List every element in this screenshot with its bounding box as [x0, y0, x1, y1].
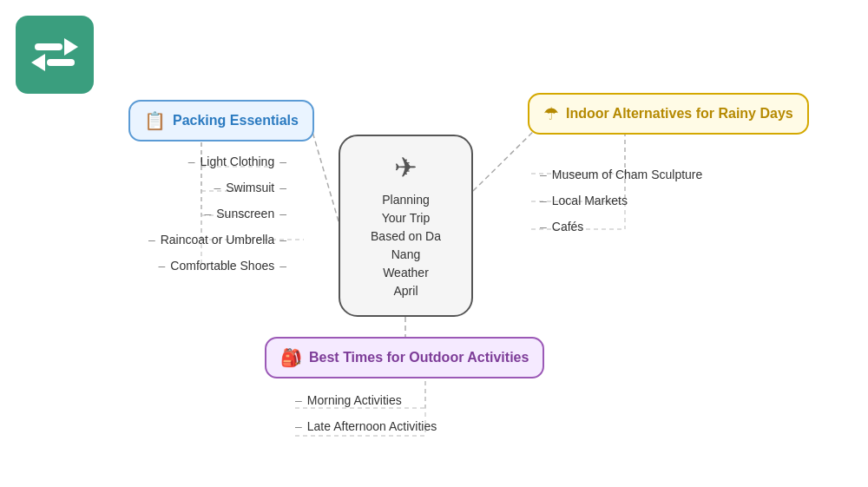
svg-marker-1 — [64, 38, 78, 56]
indoor-icon: ☂ — [543, 103, 559, 124]
svg-marker-3 — [31, 54, 45, 71]
svg-rect-2 — [47, 59, 75, 66]
svg-line-5 — [473, 128, 536, 191]
indoor-alternatives-node: ☂ Indoor Alternatives for Rainy Days — [528, 93, 809, 135]
svg-line-4 — [311, 126, 339, 221]
app-logo — [16, 16, 94, 94]
outdoor-icon: 🎒 — [280, 347, 302, 368]
center-icon: ✈ — [394, 151, 418, 184]
outdoor-activities-node: 🎒 Best Times for Outdoor Activities — [265, 337, 544, 378]
packing-item-5: Comfortable Shoes – — [159, 259, 286, 273]
packing-item-1: Light Clothing – — [188, 155, 286, 168]
packing-icon: 📋 — [144, 110, 166, 131]
indoor-item-1: Museum of Cham Sculpture — [540, 168, 702, 181]
packing-item-2: Swimsuit – — [214, 181, 286, 194]
center-node: ✈ PlanningYour TripBased on DaNangWeathe… — [339, 135, 473, 317]
outdoor-item-1: Morning Activities — [295, 393, 437, 407]
packing-essentials-node: 📋 Packing Essentials — [128, 100, 314, 141]
outdoor-item-2: Late Afternoon Activities — [295, 419, 437, 433]
indoor-item-2: Local Markets — [540, 194, 702, 207]
svg-rect-0 — [35, 43, 62, 50]
packing-item-4: Raincoat or Umbrella – — [148, 233, 286, 247]
indoor-sub-items: Museum of Cham Sculpture Local Markets C… — [540, 161, 702, 234]
indoor-label: Indoor Alternatives for Rainy Days — [566, 106, 793, 122]
packing-item-3: Sunscreen – — [204, 207, 286, 220]
indoor-item-3: Cafés — [540, 220, 702, 234]
outdoor-label: Best Times for Outdoor Activities — [309, 350, 529, 365]
center-text: PlanningYour TripBased on DaNangWeatherA… — [371, 191, 441, 300]
packing-label: Packing Essentials — [173, 113, 299, 128]
packing-sub-items: Light Clothing – Swimsuit – Sunscreen – … — [43, 155, 286, 273]
outdoor-sub-items: Morning Activities Late Afternoon Activi… — [295, 386, 437, 433]
